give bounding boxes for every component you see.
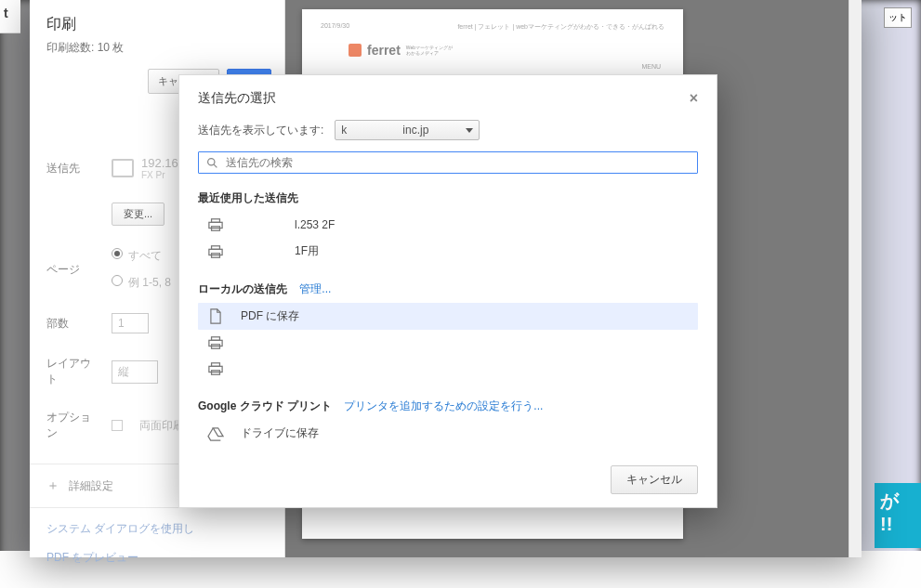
copies-input[interactable] [112,313,149,333]
ferret-logo-icon [349,44,362,57]
printer-icon [207,335,224,350]
dest-item-recent-0[interactable]: l.253 2F [198,212,698,238]
dest-item-local-1[interactable] [198,330,698,356]
print-title: 印刷 [46,15,268,34]
pages-all-radio[interactable] [112,248,123,259]
print-total: 印刷総数: 10 枚 [46,40,268,56]
chevron-down-icon [466,128,473,133]
document-icon [207,309,224,324]
printer-icon [207,361,224,376]
search-icon [206,157,218,169]
account-label: 送信先を表示しています: [198,123,323,138]
recent-section-label: 最近使用した送信先 [198,190,698,206]
printer-icon [207,217,224,232]
preview-scrollbar[interactable] [849,0,862,557]
printer-icon [112,159,134,177]
close-icon[interactable]: × [690,90,698,107]
duplex-checkbox[interactable] [112,420,123,431]
search-box [198,151,698,174]
destination-modal: 送信先の選択 × 送信先を表示しています: kxxxxxxxxxxinc.jp … [178,74,717,508]
search-input[interactable] [226,156,690,169]
side-banner: が !! [875,483,921,548]
manage-link[interactable]: 管理... [299,282,331,295]
modal-cancel-button[interactable]: キャンセル [611,465,698,494]
pages-range-radio[interactable] [112,275,123,286]
account-select[interactable]: kxxxxxxxxxxinc.jp [335,120,480,140]
system-dialog-link[interactable]: システム ダイアログを使用し [46,521,268,537]
svg-line-1 [214,164,217,167]
gcp-section-label: Google クラウド プリント プリンタを追加するための設定を行う... [198,399,698,414]
plus-icon: ＋ [46,477,59,494]
local-section-label: ローカルの送信先 管理... [198,281,698,297]
modal-title: 送信先の選択 [198,90,276,107]
dest-item-pdf[interactable]: PDF に保存 [198,303,698,330]
printer-icon [207,244,224,259]
left-edge-fragment: t [0,0,20,33]
dest-item-drive[interactable]: ドライブに保存 [198,420,698,447]
gcp-setup-link[interactable]: プリンタを追加するための設定を行う... [344,399,543,412]
drive-icon [207,426,224,441]
change-destination-button[interactable]: 変更... [112,203,164,226]
dest-item-local-2[interactable] [198,356,698,382]
dest-item-recent-1[interactable]: 1F用 [198,238,698,265]
svg-point-0 [208,158,215,164]
layout-select[interactable]: 縦 [112,360,158,384]
pdf-preview-link[interactable]: PDF をプレビュー [46,550,268,566]
topright-chip: ット [884,7,912,28]
